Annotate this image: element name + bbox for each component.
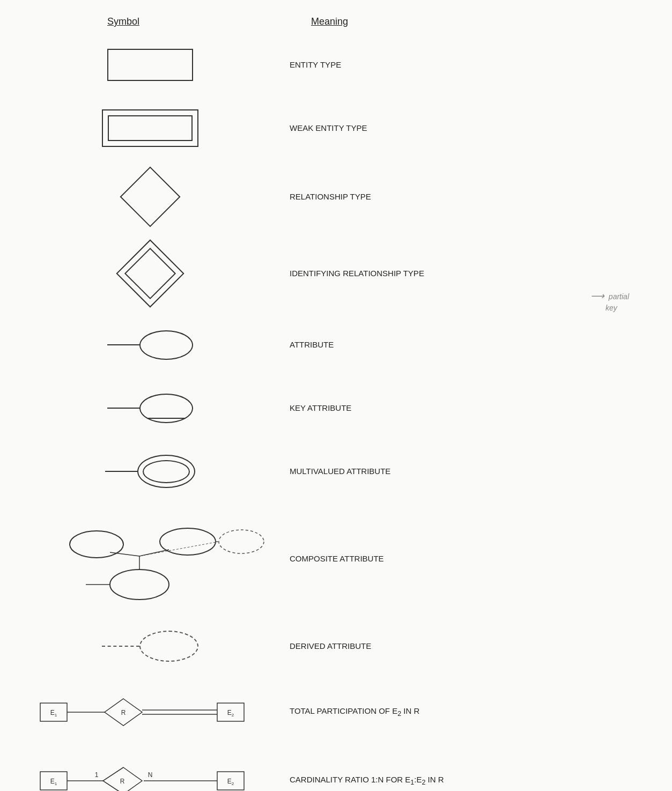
row-cardinality-ratio: E1 1 R N E2 CARDINALITY RATIO 1:N FOR E1… bbox=[21, 757, 651, 791]
composite-svg bbox=[32, 518, 268, 601]
row-attribute: ATTRIBUTE bbox=[21, 323, 651, 366]
multivalued-symbol bbox=[105, 455, 195, 488]
meaning-entity-type: ENTITY TYPE bbox=[279, 59, 651, 71]
svg-point-4 bbox=[219, 530, 264, 553]
attribute-line bbox=[107, 344, 139, 345]
page: Symbol Meaning ENTITY TYPE WEAK ENTITY T… bbox=[0, 0, 672, 791]
meaning-total-participation: TOTAL PARTICIPATION OF E2 IN R bbox=[279, 705, 651, 719]
svg-text:N: N bbox=[148, 771, 153, 779]
meaning-multivalued-attribute: MULTIVALUED ATTRIBUTE bbox=[279, 465, 651, 478]
meaning-derived-attribute: DERIVED ATTRIBUTE bbox=[279, 640, 651, 653]
meaning-key-attribute: KEY ATTRIBUTE bbox=[279, 402, 651, 415]
row-derived-attribute: DERIVED ATTRIBUTE bbox=[21, 625, 651, 668]
row-key-attribute: KEY ATTRIBUTE bbox=[21, 387, 651, 430]
symbol-weak-entity-type bbox=[21, 109, 279, 147]
annotation-text2: key bbox=[605, 304, 617, 312]
svg-text:E1: E1 bbox=[50, 709, 57, 718]
key-underline bbox=[147, 418, 185, 419]
symbol-relationship-type bbox=[21, 170, 279, 224]
row-weak-entity-type: WEAK ENTITY TYPE bbox=[21, 107, 651, 150]
svg-text:1: 1 bbox=[95, 771, 99, 779]
key-attribute-line bbox=[107, 408, 139, 409]
svg-text:E2: E2 bbox=[227, 709, 234, 718]
meaning-relationship-type: RELATIONSHIP TYPE bbox=[279, 191, 651, 203]
e1-sub-card: 1 bbox=[410, 779, 414, 786]
symbol-key-attribute bbox=[21, 389, 279, 427]
annotation-text1: partial bbox=[609, 292, 629, 301]
row-identifying-relationship-type: IDENTIFYING RELATIONSHIP TYPE bbox=[21, 244, 651, 303]
meaning-cardinality-ratio: CARDINALITY RATIO 1:N FOR E1:E2 IN R bbox=[279, 774, 651, 788]
meaning-composite-attribute: COMPOSITE ATTRIBUTE bbox=[279, 553, 651, 565]
header-symbol: Symbol bbox=[107, 16, 279, 27]
symbol-derived-attribute bbox=[21, 627, 279, 665]
diamond-inner-shape bbox=[124, 248, 176, 299]
symbol-total-participation: E1 R E2 bbox=[21, 693, 279, 731]
header-row: Symbol Meaning bbox=[21, 16, 651, 27]
entity-type-symbol bbox=[107, 49, 193, 81]
ellipse-attribute bbox=[139, 330, 193, 360]
attribute-symbol bbox=[107, 330, 193, 360]
derived-symbol bbox=[102, 631, 198, 662]
meaning-weak-entity-type: WEAK ENTITY TYPE bbox=[279, 122, 651, 135]
row-multivalued-attribute: MULTIVALUED ATTRIBUTE bbox=[21, 450, 651, 493]
key-attribute-symbol bbox=[107, 394, 193, 423]
meaning-identifying-relationship-type: IDENTIFYING RELATIONSHIP TYPE bbox=[279, 268, 651, 280]
multivalued-line bbox=[105, 471, 137, 472]
symbol-composite-attribute bbox=[21, 518, 279, 601]
weak-entity-outer-rect bbox=[102, 109, 198, 147]
symbol-attribute bbox=[21, 326, 279, 364]
total-participation-svg: E1 R E2 bbox=[35, 693, 265, 731]
svg-point-0 bbox=[110, 570, 169, 600]
handwritten-annotation: ⟶ partial key bbox=[590, 290, 629, 314]
header-meaning: Meaning bbox=[311, 16, 579, 27]
symbol-cardinality-ratio: E1 1 R N E2 bbox=[21, 762, 279, 791]
ellipse-derived bbox=[139, 631, 198, 662]
diamond-shape bbox=[120, 166, 180, 227]
key-ellipse-wrap bbox=[139, 394, 193, 423]
e2-sub: 2 bbox=[397, 710, 401, 718]
symbol-identifying-relationship-type bbox=[21, 244, 279, 303]
diamond-symbol bbox=[123, 170, 177, 224]
meaning-attribute: ATTRIBUTE bbox=[279, 339, 651, 351]
svg-text:R: R bbox=[121, 709, 126, 716]
svg-text:E2: E2 bbox=[227, 778, 234, 786]
cardinality-ratio-svg: E1 1 R N E2 bbox=[35, 762, 265, 791]
symbol-entity-type bbox=[21, 46, 279, 84]
total-participation-text: TOTAL PARTICIPATION OF E2 IN R bbox=[290, 706, 419, 715]
symbol-multivalued-attribute bbox=[21, 453, 279, 490]
double-diamond-symbol bbox=[121, 244, 180, 303]
annotation-arrow: ⟶ bbox=[590, 291, 604, 301]
ellipse-multi-outer bbox=[137, 455, 195, 488]
ellipse-multi-inner bbox=[143, 460, 190, 483]
row-entity-type: ENTITY TYPE bbox=[21, 43, 651, 86]
e2-sub-card: 2 bbox=[422, 779, 425, 786]
cardinality-ratio-text: CARDINALITY RATIO 1:N FOR E1:E2 IN R bbox=[290, 775, 444, 784]
derived-line bbox=[102, 646, 139, 647]
svg-point-2 bbox=[70, 531, 123, 558]
svg-text:R: R bbox=[120, 778, 125, 785]
row-total-participation: E1 R E2 TOTAL PARTICIPATION OF E2 IN R bbox=[21, 688, 651, 736]
svg-point-3 bbox=[160, 528, 216, 555]
row-relationship-type: RELATIONSHIP TYPE bbox=[21, 170, 651, 224]
weak-entity-inner-rect bbox=[108, 115, 193, 141]
svg-text:E1: E1 bbox=[50, 778, 57, 786]
row-composite-attribute: COMPOSITE ATTRIBUTE bbox=[21, 513, 651, 604]
